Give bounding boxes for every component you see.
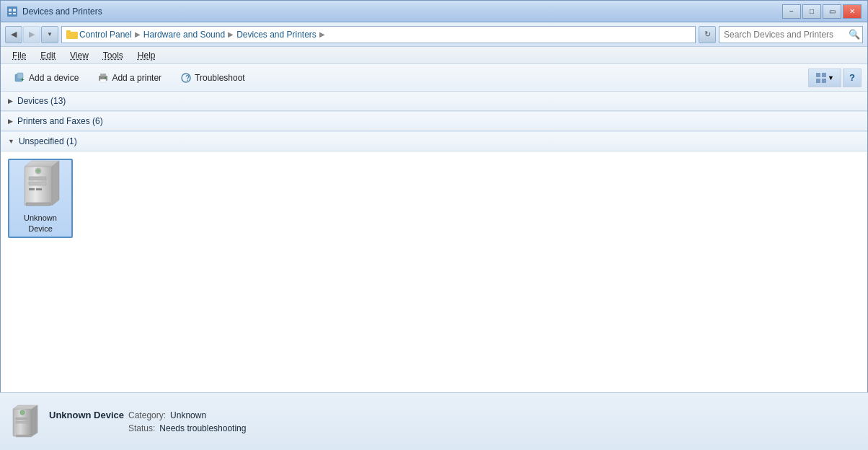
svg-rect-3: [9, 13, 12, 14]
window-title: Devices and Printers: [22, 6, 102, 17]
svg-text:+: +: [21, 76, 25, 83]
folder-icon: [66, 29, 78, 40]
add-device-label: Add a device: [29, 73, 79, 83]
status-status-value: Needs troubleshooting: [159, 423, 246, 433]
view-dropdown-arrow: ▼: [828, 74, 834, 81]
status-category-label: Category:: [128, 410, 166, 420]
menu-tools[interactable]: Tools: [97, 49, 129, 62]
status-status-label: Status:: [128, 423, 155, 433]
svg-rect-4: [13, 13, 16, 14]
minimize-button[interactable]: −: [782, 4, 801, 19]
devices-toggle-icon: ▶: [8, 97, 13, 105]
devices-section-title: Devices (13): [17, 96, 66, 106]
menu-edit[interactable]: Edit: [35, 49, 61, 62]
troubleshoot-label: Troubleshoot: [195, 73, 245, 83]
status-device-icon: [10, 403, 39, 441]
add-printer-label: Add a printer: [112, 73, 161, 83]
svg-point-13: [105, 77, 106, 79]
add-device-icon: +: [14, 72, 26, 84]
unknown-device-icon: [19, 158, 62, 210]
menu-file[interactable]: File: [6, 49, 32, 62]
back-button[interactable]: ◀: [5, 26, 22, 43]
printers-section-header[interactable]: ▶ Printers and Faxes (6): [1, 111, 867, 131]
close-button[interactable]: ✕: [843, 4, 862, 19]
view-icon: [815, 72, 827, 84]
svg-rect-36: [16, 435, 32, 437]
unspecified-toggle-icon: ▼: [8, 138, 14, 145]
svg-rect-16: [816, 73, 820, 77]
printers-toggle-icon: ▶: [8, 118, 13, 125]
svg-rect-27: [29, 188, 35, 190]
title-bar: Devices and Printers − □ ▭ ✕: [1, 1, 867, 22]
breadcrumb-sep-1: ▶: [135, 30, 141, 38]
recent-button[interactable]: ▼: [41, 26, 58, 43]
forward-button[interactable]: ▶: [23, 26, 40, 43]
svg-rect-17: [822, 73, 826, 77]
menu-help[interactable]: Help: [132, 49, 161, 62]
breadcrumb-control-panel[interactable]: Control Panel: [79, 30, 132, 40]
svg-rect-2: [13, 9, 16, 12]
svg-rect-1: [9, 9, 12, 12]
status-device-name: Unknown Device: [49, 410, 124, 420]
content-area: ▶ Devices (13) ▶ Printers and Faxes (6) …: [1, 92, 867, 393]
refresh-button[interactable]: ↻: [699, 26, 716, 43]
nav-buttons: ◀ ▶ ▼: [5, 26, 58, 43]
devices-section-header[interactable]: ▶ Devices (13): [1, 92, 867, 111]
status-category-value: Unknown: [170, 410, 206, 420]
svg-rect-29: [26, 203, 50, 206]
printers-section-title: Printers and Faxes (6): [17, 116, 103, 126]
add-printer-icon: [97, 72, 109, 84]
svg-rect-11: [100, 74, 106, 76]
svg-rect-35: [16, 421, 27, 423]
unspecified-section-title: Unspecified (1): [19, 136, 77, 146]
window-icon: [6, 6, 18, 17]
breadcrumb-hardware-sound[interactable]: Hardware and Sound: [143, 30, 225, 40]
svg-rect-18: [816, 79, 820, 83]
maximize-button[interactable]: ▭: [823, 4, 841, 19]
add-device-button[interactable]: + Add a device: [6, 68, 87, 88]
svg-rect-19: [822, 79, 826, 83]
add-printer-button[interactable]: Add a printer: [89, 68, 169, 88]
svg-rect-12: [100, 79, 106, 82]
unspecified-section-header[interactable]: ▼ Unspecified (1): [1, 131, 867, 151]
status-info: Unknown Device Category: Unknown Status:…: [49, 410, 246, 433]
svg-rect-25: [29, 177, 46, 180]
breadcrumb-sep-3: ▶: [319, 30, 325, 38]
menu-bar: File Edit View Tools Help: [1, 47, 867, 64]
status-status-row: Status: Needs troubleshooting: [49, 423, 246, 433]
device-unknown[interactable]: Unknown Device: [8, 159, 73, 238]
status-bar: Unknown Device Category: Unknown Status:…: [0, 392, 868, 450]
address-bar: ◀ ▶ ▼ Control Panel ▶ Hardware and Sound…: [1, 22, 867, 47]
restore-button[interactable]: □: [802, 4, 821, 19]
search-input[interactable]: [719, 26, 863, 43]
unspecified-section-content: Unknown Device: [1, 151, 867, 245]
svg-point-33: [20, 410, 25, 415]
title-bar-left: Devices and Printers: [6, 6, 102, 17]
search-icon[interactable]: 🔍: [849, 29, 860, 40]
toolbar-right: ▼ ?: [808, 69, 862, 87]
svg-point-24: [37, 169, 40, 173]
unknown-device-label: Unknown Device: [12, 213, 68, 234]
toolbar: + Add a device Add a printer ? Troublesh…: [1, 64, 867, 92]
svg-marker-22: [52, 161, 59, 206]
troubleshoot-button[interactable]: ? Troubleshoot: [172, 68, 253, 88]
help-button[interactable]: ?: [843, 69, 862, 87]
troubleshoot-icon: ?: [180, 72, 192, 84]
svg-rect-34: [16, 418, 27, 420]
svg-rect-6: [66, 30, 71, 33]
breadcrumb-bar: Control Panel ▶ Hardware and Sound ▶ Dev…: [61, 26, 696, 43]
title-buttons: − □ ▭ ✕: [782, 4, 862, 19]
breadcrumb-devices-printers[interactable]: Devices and Printers: [236, 30, 316, 40]
menu-view[interactable]: View: [64, 49, 94, 62]
search-wrapper: 🔍: [719, 26, 863, 43]
status-name-row: Unknown Device Category: Unknown: [49, 410, 246, 420]
breadcrumb-sep-2: ▶: [228, 30, 234, 38]
svg-rect-28: [36, 188, 42, 190]
svg-text:?: ?: [185, 74, 190, 82]
view-options-button[interactable]: ▼: [808, 69, 841, 87]
svg-rect-26: [29, 182, 46, 185]
svg-marker-32: [32, 405, 37, 436]
